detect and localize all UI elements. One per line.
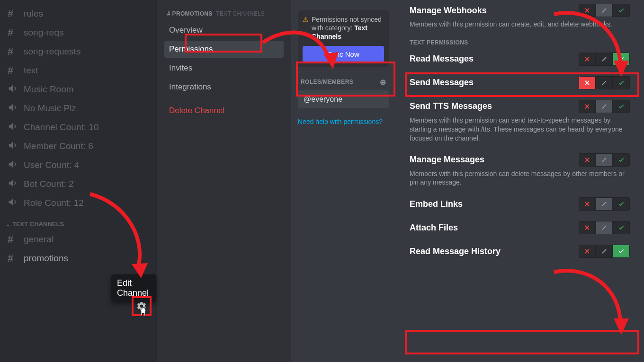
permission-toggle[interactable]: [579, 153, 630, 167]
perm-history-label: Read Message History: [410, 247, 501, 256]
perm-neutral-button[interactable]: [596, 197, 613, 211]
permission-toggle[interactable]: [579, 221, 630, 234]
perm-allow-button[interactable]: [613, 76, 630, 89]
channel-settings-nav: # PROMOTIONS TEXT CHANNELS Overview Perm…: [156, 0, 291, 362]
perm-allow-button[interactable]: [613, 245, 630, 258]
perm-manage: Manage Messages Members with this permis…: [410, 153, 630, 187]
perm-deny-button[interactable]: [579, 76, 596, 89]
channel-general[interactable]: general: [4, 230, 152, 248]
sync-now-button[interactable]: Sync Now: [303, 46, 384, 62]
perm-manage-webhooks-label: Manage Webhooks: [410, 6, 487, 16]
perm-send-label: Send Messages: [410, 78, 474, 88]
perm-allow-button[interactable]: [613, 4, 630, 17]
channel-label: No Music Plz: [24, 103, 76, 114]
role-everyone[interactable]: @everyone: [298, 90, 389, 108]
channel-category[interactable]: Text Channels: [4, 213, 152, 230]
channel-song-requests[interactable]: song-requests: [4, 43, 152, 61]
perm-deny-button[interactable]: [579, 100, 596, 113]
speaker-icon: [8, 102, 19, 115]
perm-deny-button[interactable]: [579, 197, 596, 211]
perm-neutral-button[interactable]: [596, 4, 613, 17]
perm-tts: Send TTS Messages Members with this perm…: [410, 100, 630, 143]
channel-song-reqs[interactable]: song-reqs: [4, 24, 152, 42]
nav-integrations[interactable]: Integrations: [164, 79, 284, 96]
perm-allow-button[interactable]: [613, 221, 630, 234]
perm-embed-label: Embed Links: [410, 199, 463, 209]
sync-notice: ⚠ Permissions not synced with category: …: [298, 10, 389, 67]
perm-deny-button[interactable]: [579, 221, 596, 234]
perm-tts-label: Send TTS Messages: [410, 101, 492, 111]
permission-toggle[interactable]: [579, 197, 630, 211]
perm-deny-button[interactable]: [579, 245, 596, 258]
perm-history: Read Message History: [410, 245, 630, 258]
speaker-icon: [8, 140, 19, 152]
perm-neutral-button[interactable]: [596, 53, 613, 66]
hash-icon: [8, 64, 19, 77]
hash-icon: [8, 233, 19, 246]
channel-no-music-plz[interactable]: No Music Plz: [4, 99, 152, 117]
warning-icon: ⚠: [303, 15, 309, 24]
permission-toggle[interactable]: [579, 100, 630, 113]
channel-sidebar: rules song-reqs song-requests text Music…: [0, 0, 156, 362]
channel-label: Role Count: 12: [24, 198, 84, 208]
permissions-help-link[interactable]: Need help with permissions?: [298, 118, 389, 125]
settings-category-label: # PROMOTIONS TEXT CHANNELS: [167, 10, 281, 17]
speaker-icon: [8, 121, 19, 133]
channel-member-count-6[interactable]: Member Count: 6: [4, 137, 152, 155]
perm-embed: Embed Links: [410, 197, 630, 211]
nav-permissions[interactable]: Permissions: [164, 41, 284, 58]
perm-attach-label: Attach Files: [410, 223, 458, 233]
channel-label: promotions: [24, 253, 68, 264]
perm-attach: Attach Files: [410, 221, 630, 234]
perm-neutral-button[interactable]: [596, 100, 613, 113]
speaker-icon: [8, 159, 19, 171]
perm-deny-button[interactable]: [579, 4, 596, 17]
channel-settings-button[interactable]: [132, 296, 152, 316]
perm-manage-label: Manage Messages: [410, 155, 484, 165]
hash-icon: [8, 45, 19, 58]
roles-panel: ⚠ Permissions not synced with category: …: [291, 0, 395, 362]
channel-text[interactable]: text: [4, 62, 152, 79]
add-role-button[interactable]: ⊕: [380, 78, 386, 87]
channel-bot-count-2[interactable]: Bot Count: 2: [4, 175, 152, 193]
permission-toggle[interactable]: [579, 4, 630, 17]
nav-invites[interactable]: Invites: [164, 60, 284, 77]
perm-deny-button[interactable]: [579, 153, 596, 167]
channel-role-count-12[interactable]: Role Count: 12: [4, 194, 152, 212]
perm-manage-desc: Members with this permission can delete …: [410, 169, 627, 187]
channel-music-room[interactable]: Music Room: [4, 80, 152, 98]
channel-user-count-4[interactable]: User Count: 4: [4, 156, 152, 174]
channel-label: Channel Count: 10: [24, 122, 98, 132]
channel-promotions[interactable]: promotions: [4, 249, 152, 267]
perm-allow-button[interactable]: [613, 53, 630, 66]
channel-label: User Count: 4: [24, 160, 79, 170]
permission-toggle[interactable]: [579, 53, 630, 66]
speaker-icon: [8, 197, 19, 209]
channel-channel-count-10[interactable]: Channel Count: 10: [4, 118, 152, 136]
perm-neutral-button[interactable]: [596, 153, 613, 167]
channel-label: rules: [24, 9, 43, 19]
permission-toggle[interactable]: [579, 76, 630, 89]
perm-neutral-button[interactable]: [596, 221, 613, 234]
channel-label: Bot Count: 2: [24, 179, 74, 189]
text-permissions-section-label: TEXT PERMISSIONS: [410, 39, 630, 46]
permission-toggle[interactable]: [579, 245, 630, 258]
perm-send: Send Messages: [410, 76, 630, 89]
channel-rules[interactable]: rules: [4, 5, 152, 23]
perm-tts-desc: Members with this permission can send te…: [410, 116, 627, 143]
nav-overview[interactable]: Overview: [164, 22, 284, 39]
perm-read-label: Read Messages: [410, 54, 474, 64]
channel-label: song-requests: [24, 46, 80, 57]
hash-icon: [8, 8, 19, 20]
perm-read: Read Messages: [410, 53, 630, 66]
channel-label: general: [24, 234, 54, 245]
perm-allow-button[interactable]: [613, 197, 630, 211]
channel-label: song-reqs: [24, 27, 64, 38]
perm-allow-button[interactable]: [613, 153, 630, 167]
perm-manage-webhooks-desc: Members with this permission can create,…: [410, 20, 627, 29]
perm-deny-button[interactable]: [579, 53, 596, 66]
perm-allow-button[interactable]: [613, 100, 630, 113]
perm-neutral-button[interactable]: [596, 245, 613, 258]
perm-neutral-button[interactable]: [596, 76, 613, 89]
nav-delete-channel[interactable]: Delete Channel: [164, 102, 284, 119]
